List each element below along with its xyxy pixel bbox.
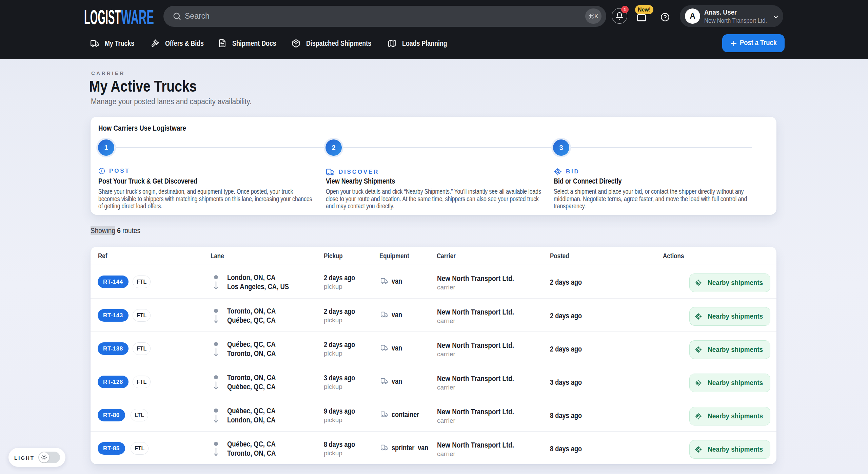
svg-text:WARE: WARE bbox=[121, 8, 154, 25]
svg-text:LOGIST: LOGIST bbox=[84, 8, 121, 25]
